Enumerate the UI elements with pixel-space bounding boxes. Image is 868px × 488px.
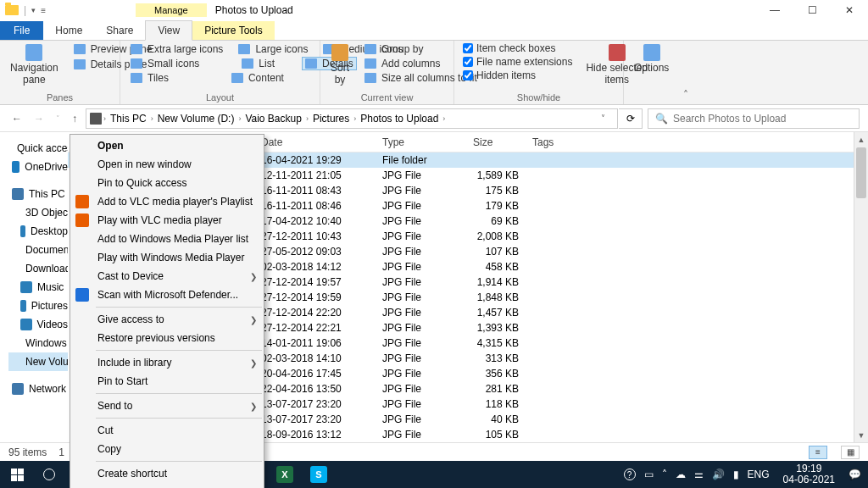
tray-help-icon[interactable]: ?: [624, 469, 636, 480]
tree-item[interactable]: 3D Objects: [8, 203, 68, 222]
breadcrumb-seg[interactable]: Vaio Backup: [242, 113, 304, 125]
options-button[interactable]: Options: [631, 42, 672, 75]
tray-chevron-up-icon[interactable]: ˄: [662, 469, 667, 480]
qat-dropdown-icon[interactable]: ▾: [31, 6, 36, 14]
qat-overflow[interactable]: ≡: [41, 6, 46, 15]
minimize-button[interactable]: ―: [756, 0, 793, 20]
vertical-scrollbar[interactable]: ▲ ▼: [854, 132, 868, 442]
tree-item[interactable]: Quick access: [8, 139, 68, 158]
item-check-input[interactable]: [463, 43, 473, 53]
menu-item[interactable]: Play with VLC media player: [70, 211, 264, 230]
scroll-down-icon[interactable]: ▼: [854, 428, 868, 442]
fne-input[interactable]: [463, 57, 473, 67]
tray-volume-icon[interactable]: 🔊: [712, 469, 725, 480]
tab-view[interactable]: View: [145, 20, 192, 41]
contextual-tab-manage[interactable]: Manage: [136, 3, 207, 17]
tab-share[interactable]: Share: [94, 21, 145, 40]
breadcrumb-seg[interactable]: Pictures: [310, 113, 352, 125]
tray-notifications-icon[interactable]: 💬: [849, 469, 861, 480]
col-size[interactable]: Size: [466, 136, 526, 148]
tree-item[interactable]: Network: [8, 380, 68, 398]
nav-back-icon[interactable]: ←: [8, 113, 25, 125]
taskbar-app-skype[interactable]: S: [302, 461, 336, 488]
tree-item[interactable]: Videos: [8, 315, 68, 334]
check-file-extensions[interactable]: File name extensions: [461, 56, 574, 68]
tree-item[interactable]: New Volume (D:): [8, 352, 68, 371]
breadcrumb[interactable]: › This PC›New Volume (D:)›Vaio Backup›Pi…: [86, 108, 618, 129]
menu-item[interactable]: Cut: [70, 421, 264, 440]
nav-forward-icon[interactable]: →: [31, 113, 47, 125]
refresh-button[interactable]: ⟳: [619, 108, 643, 129]
navigation-pane-button[interactable]: Navigation pane: [7, 42, 62, 87]
menu-item[interactable]: Delete: [70, 483, 264, 488]
view-details-toggle[interactable]: ≡: [809, 446, 827, 459]
scroll-up-icon[interactable]: ▲: [854, 132, 868, 147]
menu-item[interactable]: Copy: [70, 440, 264, 458]
breadcrumb-dropdown-icon[interactable]: ˅: [601, 114, 605, 123]
tab-home[interactable]: Home: [43, 21, 94, 40]
layout-content[interactable]: Content: [228, 71, 287, 85]
tree-item[interactable]: Pictures: [8, 297, 68, 315]
layout-extra-large[interactable]: Extra large icons: [127, 42, 226, 56]
tray-onedrive-icon[interactable]: ☁: [676, 469, 686, 480]
tree-item[interactable]: OneDrive: [8, 158, 68, 176]
breadcrumb-seg[interactable]: Photos to Upload: [358, 113, 441, 125]
bc-sep[interactable]: ›: [103, 114, 106, 123]
tray-battery-icon[interactable]: ▮: [733, 469, 739, 480]
tree-item[interactable]: Documents: [8, 241, 68, 259]
search-box[interactable]: 🔍: [648, 108, 860, 129]
breadcrumb-caret-icon[interactable]: ›: [151, 114, 153, 123]
hidden-input[interactable]: [463, 70, 473, 80]
maximize-button[interactable]: ☐: [793, 0, 831, 20]
tree-item[interactable]: Downloads: [8, 259, 68, 278]
tray-language[interactable]: ENG: [748, 469, 770, 480]
ribbon-collapse-icon[interactable]: ˄: [676, 41, 695, 104]
menu-item[interactable]: Send to❯: [70, 396, 264, 415]
menu-item[interactable]: Open in new window: [70, 155, 264, 174]
tree-item[interactable]: Windows (C:): [8, 334, 68, 352]
search-input[interactable]: [673, 113, 852, 125]
view-thumbnails-toggle[interactable]: ▦: [841, 446, 860, 459]
menu-item[interactable]: Scan with Microsoft Defender...: [70, 286, 264, 304]
menu-item[interactable]: Pin to Start: [70, 372, 264, 391]
nav-tree[interactable]: Quick accessOneDriveThis PC3D ObjectsDes…: [0, 132, 68, 442]
layout-small[interactable]: Small icons: [127, 57, 203, 70]
breadcrumb-seg[interactable]: This PC: [108, 113, 149, 125]
col-date[interactable]: Date: [254, 136, 376, 148]
close-button[interactable]: ✕: [831, 0, 868, 20]
breadcrumb-caret-icon[interactable]: ›: [306, 114, 309, 123]
menu-item[interactable]: Cast to Device❯: [70, 267, 264, 286]
menu-item[interactable]: Give access to❯: [70, 310, 264, 329]
sort-by-button[interactable]: Sort by: [327, 42, 353, 87]
tray-meet-now-icon[interactable]: ▭: [644, 469, 654, 480]
breadcrumb-caret-icon[interactable]: ›: [353, 114, 356, 123]
check-item-checkboxes[interactable]: Item check boxes: [461, 42, 574, 54]
tab-picture-tools[interactable]: Picture Tools: [192, 21, 274, 40]
taskbar-clock[interactable]: 19:19 04-06-2021: [778, 463, 840, 485]
layout-tiles[interactable]: Tiles: [127, 71, 172, 85]
menu-item[interactable]: Pin to Quick access: [70, 174, 264, 192]
menu-item[interactable]: Open: [70, 136, 264, 155]
breadcrumb-seg[interactable]: New Volume (D:): [155, 113, 237, 125]
menu-item[interactable]: Include in library❯: [70, 353, 264, 372]
tray-wifi-icon[interactable]: ⚌: [694, 469, 704, 480]
menu-item[interactable]: Add to VLC media player's Playlist: [70, 192, 264, 211]
layout-large[interactable]: Large icons: [235, 42, 311, 56]
start-button[interactable]: [0, 461, 34, 488]
col-tags[interactable]: Tags: [526, 136, 854, 148]
nav-recent-icon[interactable]: ˅: [53, 114, 64, 123]
menu-item[interactable]: Add to Windows Media Player list: [70, 230, 264, 248]
breadcrumb-caret-icon[interactable]: ›: [238, 114, 241, 123]
taskbar-search-icon[interactable]: [34, 461, 64, 488]
nav-up-icon[interactable]: ↑: [69, 113, 81, 125]
tab-file[interactable]: File: [0, 21, 43, 40]
tree-item[interactable]: Music: [8, 278, 68, 297]
tree-item[interactable]: Desktop: [8, 222, 68, 241]
menu-item[interactable]: Restore previous versions: [70, 329, 264, 347]
taskbar-app-excel[interactable]: X: [268, 461, 302, 488]
check-hidden-items[interactable]: Hidden items: [461, 69, 574, 81]
menu-item[interactable]: Play with Windows Media Player: [70, 248, 264, 267]
scroll-thumb[interactable]: [856, 147, 866, 198]
tree-item[interactable]: This PC: [8, 185, 68, 203]
menu-item[interactable]: Create shortcut: [70, 464, 264, 483]
